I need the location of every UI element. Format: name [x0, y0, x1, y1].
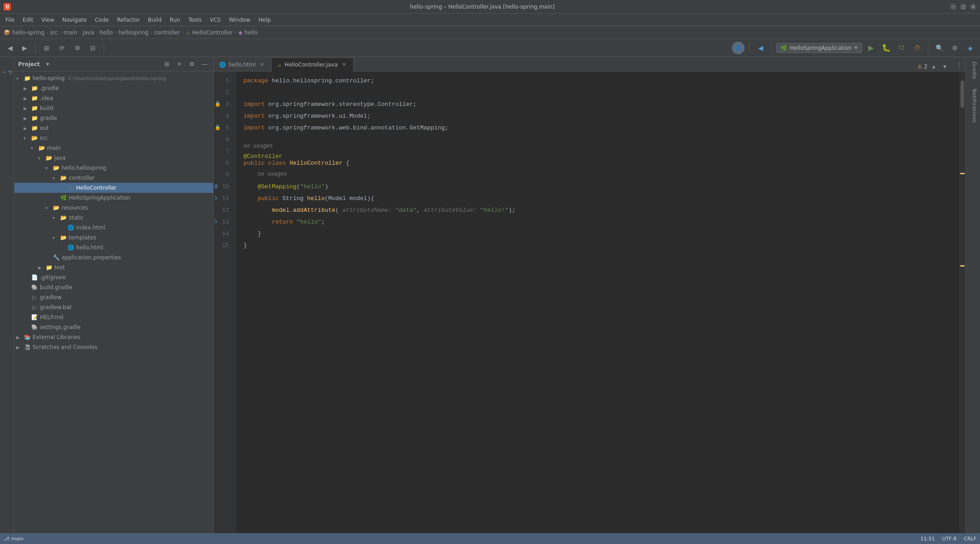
tree-item-index-html[interactable]: 🌐 index.html: [14, 223, 213, 233]
collapse-button[interactable]: ⊟: [86, 42, 99, 54]
breadcrumb-controller[interactable]: controller: [154, 29, 180, 36]
sync-button[interactable]: ⟳: [56, 42, 68, 54]
notifications-panel-tab[interactable]: Notifications: [966, 84, 980, 127]
menu-window[interactable]: Window: [225, 15, 254, 24]
tab-close-hellocontroller[interactable]: ✕: [340, 61, 348, 68]
menu-run[interactable]: Run: [166, 15, 184, 24]
profile-button[interactable]: ⏱: [911, 42, 923, 54]
tree-arrow-hello-hellospring: ▾: [45, 164, 53, 172]
back-button[interactable]: ◀: [4, 42, 16, 54]
tab-more-button[interactable]: ⋮: [953, 58, 966, 71]
menu-file[interactable]: File: [2, 15, 18, 24]
pkg-4: org.springframework.ui.: [268, 112, 349, 121]
tree-item-gradle[interactable]: ▶ 📁 .gradle: [14, 83, 213, 93]
breadcrumb-hello[interactable]: hello: [100, 29, 113, 36]
tree-item-out[interactable]: ▶ 📁 out: [14, 123, 213, 133]
tab-hellocontroller[interactable]: ☕ HelloController.java ✕: [272, 57, 354, 71]
tab-close-hello-html[interactable]: ✕: [258, 61, 266, 68]
project-gear-button[interactable]: ⊞: [162, 59, 172, 69]
tree-item-static[interactable]: ▾ 📂 static: [14, 213, 213, 223]
maximize-button[interactable]: □: [960, 4, 966, 10]
tree-item-hellospringapp[interactable]: 🌿 HelloSpringApplication: [14, 193, 213, 203]
gutter-line-10: @ 10: [214, 181, 233, 193]
account-button[interactable]: 👤: [732, 42, 745, 54]
tree-item-src[interactable]: ▾ 📂 src: [14, 133, 213, 143]
tree-item-gitignore[interactable]: 📄 .gitignore: [14, 272, 213, 282]
debug-button[interactable]: 🐛: [880, 42, 893, 54]
line-separator-indicator[interactable]: CRLF: [964, 536, 976, 542]
warning-nav-up[interactable]: ▲: [929, 62, 938, 71]
menu-navigate[interactable]: Navigate: [59, 15, 91, 24]
menu-code[interactable]: Code: [91, 15, 113, 24]
line-col-indicator[interactable]: 11:51: [920, 536, 935, 542]
menu-tools[interactable]: Tools: [185, 15, 206, 24]
tree-item-build-gradle[interactable]: 🐘 build.gradle: [14, 282, 213, 292]
tree-root-hello-spring[interactable]: ▾ 📁 hello-spring C:\Users\minse\springwo…: [14, 73, 213, 83]
nav-back-button[interactable]: ◀: [754, 42, 767, 54]
run-button[interactable]: ▶: [865, 42, 877, 54]
tree-item-hello-hellospring[interactable]: ▾ 📂 hello.hellospring: [14, 163, 213, 173]
settings-button[interactable]: ⚙: [71, 42, 84, 54]
breadcrumb-hello-method[interactable]: ◆ hello: [239, 29, 258, 36]
tree-item-help-md[interactable]: 📝 HELP.md: [14, 312, 213, 322]
comma-12: ,: [416, 206, 424, 215]
forward-button[interactable]: ▶: [18, 42, 31, 54]
warning-nav-down[interactable]: ▼: [940, 62, 949, 71]
close-button[interactable]: ✕: [970, 4, 976, 10]
breadcrumb-hellocontroller[interactable]: ☕ HelloController: [186, 29, 233, 36]
code-editor[interactable]: package hello.hellospring.controller; im…: [236, 72, 959, 533]
tree-item-scratches[interactable]: ▶ 📓 Scratches and Consoles: [14, 342, 213, 352]
tree-item-main[interactable]: ▾ 📂 main: [14, 143, 213, 153]
menu-edit[interactable]: Edit: [19, 15, 37, 24]
tree-item-gradlew-bat[interactable]: ▷ gradlew.bat: [14, 302, 213, 312]
scrollbar-thumb[interactable]: [961, 81, 964, 108]
tree-item-settings-gradle[interactable]: 🐘 settings.gradle: [14, 322, 213, 332]
tree-item-gradle2[interactable]: ▶ 📁 gradle: [14, 113, 213, 123]
search-everywhere-button[interactable]: 🔍: [933, 42, 946, 54]
project-dropdown-button[interactable]: ▾: [43, 59, 53, 69]
tree-item-build[interactable]: ▶ 📁 build: [14, 103, 213, 113]
project-view-button[interactable]: ⊞: [40, 42, 53, 54]
git-branch[interactable]: ⎇ main: [4, 536, 24, 542]
menu-refactor[interactable]: Refactor: [113, 15, 143, 24]
gradle-panel-tab[interactable]: Gradle: [966, 57, 980, 84]
project-hide-button[interactable]: —: [200, 59, 210, 69]
tree-item-external-libraries[interactable]: ▶ 📚 External Libraries: [14, 332, 213, 342]
coverage-button[interactable]: 🛡: [895, 42, 908, 54]
java-tab-icon: ☕: [277, 62, 282, 68]
project-filter-button[interactable]: ⚙: [187, 59, 197, 69]
editor-area: 🌐 hello.html ✕ ☕ HelloController.java ✕ …: [214, 57, 966, 533]
breadcrumb-src[interactable]: src: [50, 29, 58, 36]
tree-item-test[interactable]: ▶ 📁 test: [14, 262, 213, 272]
tree-item-templates[interactable]: ▾ 📂 templates: [14, 233, 213, 243]
breadcrumb-hellospring[interactable]: hellospring: [119, 29, 148, 36]
encoding-indicator[interactable]: UTF-8: [942, 536, 956, 542]
run-configuration-selector[interactable]: 🌿 HelloSpringApplication ▼: [776, 43, 862, 53]
project-panel-header: Project ▾ ⊞ ≡ ⚙ —: [14, 57, 213, 72]
settings-gear-button[interactable]: ⚙: [948, 42, 961, 54]
tree-item-idea[interactable]: ▶ 📁 .idea: [14, 93, 213, 103]
html-file-icon: 🌐: [67, 224, 74, 231]
breadcrumb-main[interactable]: main: [63, 29, 77, 36]
menu-help[interactable]: Help: [255, 15, 274, 24]
breadcrumb-java[interactable]: java: [83, 29, 94, 36]
project-layout-button[interactable]: ≡: [174, 59, 184, 69]
menu-vcs[interactable]: VCS: [206, 15, 224, 24]
breadcrumb-project[interactable]: 📦 hello-spring: [4, 29, 44, 36]
tree-arrow-gradle2: ▶: [24, 115, 31, 122]
tree-item-app-properties[interactable]: 🔧 application.properties: [14, 253, 213, 262]
editor-scrollbar[interactable]: [959, 72, 966, 533]
plugin-button[interactable]: ◈: [964, 42, 976, 54]
menu-view[interactable]: View: [38, 15, 57, 24]
tree-item-controller-folder[interactable]: ▾ 📂 controller: [14, 173, 213, 183]
tree-item-gradlew[interactable]: ▷ gradlew: [14, 292, 213, 302]
tree-item-hello-html[interactable]: 🌐 hello.html: [14, 243, 213, 253]
folder-open-icon: 📂: [31, 134, 38, 142]
tree-item-hellocontroller[interactable]: ☕ HelloController: [14, 183, 213, 193]
tree-item-resources[interactable]: ▾ 📂 resources: [14, 203, 213, 213]
minimize-button[interactable]: ─: [950, 4, 956, 10]
menu-build[interactable]: Build: [144, 15, 165, 24]
tree-item-java[interactable]: ▾ 📂 java: [14, 153, 213, 163]
tab-hello-html[interactable]: 🌐 hello.html ✕: [214, 57, 272, 71]
project-icon-button[interactable]: Pr: [0, 59, 14, 86]
